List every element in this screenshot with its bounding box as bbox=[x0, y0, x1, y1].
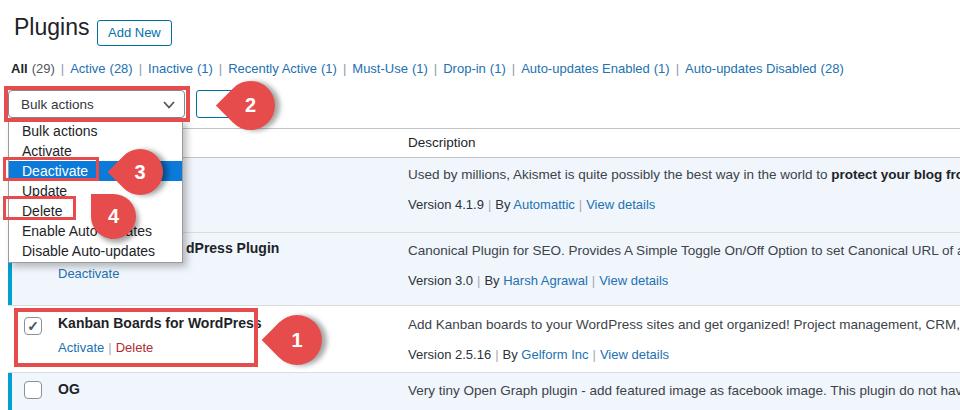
plugin-description: Used by millions, Akismet is quite possi… bbox=[408, 167, 960, 182]
dropdown-option-disable-auto-updates[interactable]: Disable Auto-updates bbox=[9, 241, 182, 261]
bulk-actions-dropdown-list: Bulk actions Activate Deactivate Update … bbox=[8, 119, 183, 263]
filter-auto-updates-enabled[interactable]: Auto-updates Enabled(1) bbox=[521, 61, 670, 76]
view-details-link[interactable]: View details bbox=[586, 197, 655, 212]
dropdown-option-activate[interactable]: Activate bbox=[9, 141, 182, 161]
filter-recently-active[interactable]: Recently Active(1) bbox=[228, 61, 337, 76]
delete-link[interactable]: Delete bbox=[116, 340, 154, 355]
plugin-name: Kanban Boards for WordPress bbox=[58, 315, 262, 331]
dropdown-option-bulk-actions[interactable]: Bulk actions bbox=[9, 121, 182, 141]
dropdown-option-enable-auto-updates[interactable]: Enable Auto-updates bbox=[9, 221, 182, 241]
author-link[interactable]: Harsh Agrawal bbox=[503, 273, 588, 288]
filter-all[interactable]: All(29) bbox=[11, 61, 55, 76]
plugin-meta: Version 3.0|By Harsh Agrawal|View detail… bbox=[408, 273, 668, 288]
plugin-status-filters: All(29) | Active(28) | Inactive(1) | Rec… bbox=[11, 61, 844, 76]
version-label: Version 4.1.9 bbox=[408, 197, 484, 212]
filter-must-use[interactable]: Must-Use(1) bbox=[352, 61, 428, 76]
view-details-link[interactable]: View details bbox=[599, 273, 668, 288]
dropdown-option-delete[interactable]: Delete bbox=[9, 201, 182, 221]
separator: | bbox=[512, 61, 515, 76]
active-plugin-accent bbox=[8, 373, 12, 410]
author-link[interactable]: Gelform Inc bbox=[521, 347, 588, 362]
bulk-actions-selected-value: Bulk actions bbox=[21, 97, 94, 112]
check-icon: ✓ bbox=[27, 318, 39, 334]
separator: | bbox=[343, 61, 346, 76]
separator: | bbox=[219, 61, 222, 76]
version-label: Version 2.5.16 bbox=[408, 347, 491, 362]
plugin-meta: Version 2.5.16|By Gelform Inc|View detai… bbox=[408, 347, 669, 362]
row-checkbox-checked[interactable]: ✓ bbox=[24, 317, 42, 335]
plugins-page: Plugins Add New All(29) | Active(28) | I… bbox=[0, 0, 960, 410]
table-row-kanban: ✓ Kanban Boards for WordPress Activate|D… bbox=[8, 305, 960, 372]
page-title: Plugins bbox=[14, 14, 89, 41]
filter-inactive[interactable]: Inactive(1) bbox=[148, 61, 213, 76]
separator: | bbox=[676, 61, 679, 76]
plugin-description: Add Kanban boards to your WordPress site… bbox=[408, 317, 960, 332]
plugin-row-actions: Deactivate bbox=[58, 266, 119, 281]
separator: | bbox=[434, 61, 437, 76]
dropdown-option-update[interactable]: Update bbox=[9, 181, 182, 201]
dropdown-option-deactivate[interactable]: Deactivate bbox=[9, 161, 182, 181]
filter-auto-updates-disabled[interactable]: Auto-updates Disabled(28) bbox=[685, 61, 844, 76]
table-row-og: OG Very tiny Open Graph plugin - add fea… bbox=[8, 372, 960, 410]
plugin-description: Canonical Plugin for SEO. Provides A Sim… bbox=[408, 243, 960, 258]
view-details-link[interactable]: View details bbox=[600, 347, 669, 362]
plugin-row-actions: Activate|Delete bbox=[58, 340, 153, 355]
chevron-down-icon bbox=[163, 101, 175, 109]
plugin-name-partial: dPress Plugin bbox=[186, 240, 279, 256]
bulk-actions-select[interactable]: Bulk actions bbox=[8, 90, 185, 118]
filter-drop-in[interactable]: Drop-in(1) bbox=[443, 61, 506, 76]
apply-button[interactable] bbox=[196, 90, 260, 118]
plugin-meta: Version 4.1.9|By Automattic|View details bbox=[408, 197, 655, 212]
plugin-description: Very tiny Open Graph plugin - add featur… bbox=[408, 383, 960, 398]
row-checkbox-unchecked[interactable] bbox=[24, 381, 42, 399]
description-column-header: Description bbox=[408, 135, 476, 150]
version-label: Version 3.0 bbox=[408, 273, 473, 288]
author-link[interactable]: Automattic bbox=[513, 197, 574, 212]
deactivate-link[interactable]: Deactivate bbox=[58, 266, 119, 281]
add-new-button[interactable]: Add New bbox=[97, 20, 172, 46]
filter-active[interactable]: Active(28) bbox=[70, 61, 133, 76]
activate-link[interactable]: Activate bbox=[58, 340, 104, 355]
separator: | bbox=[61, 61, 64, 76]
separator: | bbox=[139, 61, 142, 76]
plugin-name: OG bbox=[58, 381, 80, 397]
